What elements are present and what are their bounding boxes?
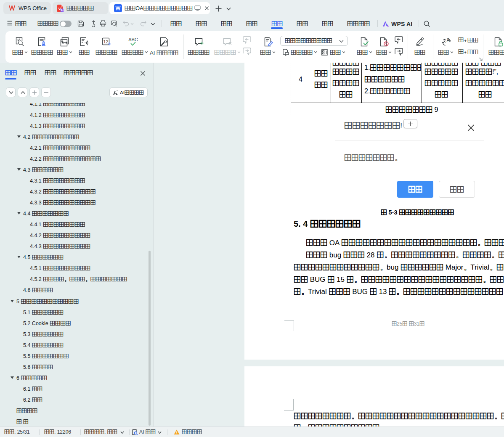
svg-text:A: A [447,38,450,42]
svg-text:ABC: ABC [128,37,138,42]
svg-text:AI: AI [61,8,64,11]
svg-text:12: 12 [103,39,108,44]
